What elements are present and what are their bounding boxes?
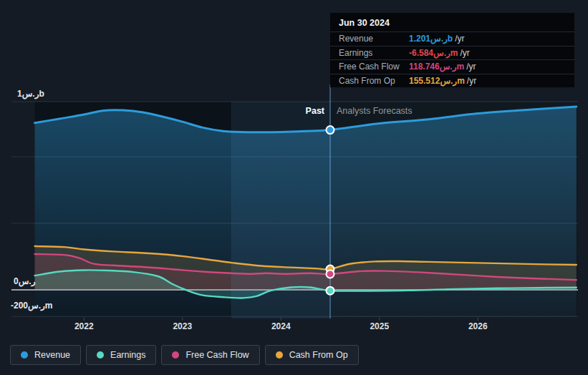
legend-toggle-revenue[interactable]: Revenue	[10, 345, 81, 365]
past-section-label: Past	[306, 106, 324, 116]
legend-toggle-earnings[interactable]: Earnings	[86, 345, 156, 365]
legend-label: Revenue	[34, 350, 70, 360]
legend-toggle-cash-from-op[interactable]: Cash From Op	[265, 345, 359, 365]
legend-label: Earnings	[110, 350, 145, 360]
x-tick-label-2023: 2023	[173, 321, 192, 331]
x-tick-label-2022: 2022	[74, 321, 94, 331]
tooltip-row-free-cash-flow: Free Cash Flow 118.746ر.سm/yr	[330, 59, 574, 74]
y-axis-label-1b: 1ر.سb	[17, 89, 44, 99]
tooltip-value: 118.746ر.سm/yr	[409, 62, 476, 72]
tooltip-date: Jun 30 2024	[330, 13, 574, 31]
x-tick-label-2026: 2026	[468, 321, 488, 331]
x-tick-label-2025: 2025	[370, 321, 389, 331]
tooltip-label: Earnings	[339, 48, 409, 58]
chart-legend: Revenue Earnings Free Cash Flow Cash Fro…	[10, 345, 359, 365]
tooltip-value: 1.201ر.سb/yr	[409, 34, 465, 44]
tooltip-value: 155.512ر.سm/yr	[409, 76, 476, 86]
cash-from-op-dot-icon	[276, 351, 283, 359]
tooltip-row-revenue: Revenue 1.201ر.سb/yr	[330, 31, 574, 46]
tooltip-row-cash-from-op: Cash From Op 155.512ر.سm/yr	[330, 74, 574, 88]
legend-label: Free Cash Flow	[185, 350, 249, 360]
tooltip-value: -6.584ر.سm/yr	[409, 48, 470, 58]
tooltip-label: Revenue	[339, 34, 409, 44]
tooltip-label: Cash From Op	[339, 76, 409, 86]
y-axis-label-neg200m: -200ر.سm	[11, 301, 52, 311]
legend-toggle-free-cash-flow[interactable]: Free Cash Flow	[161, 345, 259, 365]
forecast-section-label: Analysts Forecasts	[337, 106, 413, 116]
free-cash-flow-dot-icon	[172, 351, 179, 359]
revenue-dot-icon	[21, 351, 28, 359]
x-tick-label-2024: 2024	[271, 321, 291, 331]
earnings-dot-icon	[97, 351, 104, 359]
chart-page: 1ر.سb 0ر.س -200ر.سm 2022 2023 2024 2025 …	[0, 0, 588, 375]
legend-label: Cash From Op	[289, 350, 348, 360]
tooltip-label: Free Cash Flow	[339, 62, 409, 72]
hover-tooltip: Jun 30 2024 Revenue 1.201ر.سb/yr Earning…	[330, 13, 574, 87]
y-axis-label-0: 0ر.س	[14, 276, 35, 286]
tooltip-row-earnings: Earnings -6.584ر.سm/yr	[330, 46, 574, 60]
